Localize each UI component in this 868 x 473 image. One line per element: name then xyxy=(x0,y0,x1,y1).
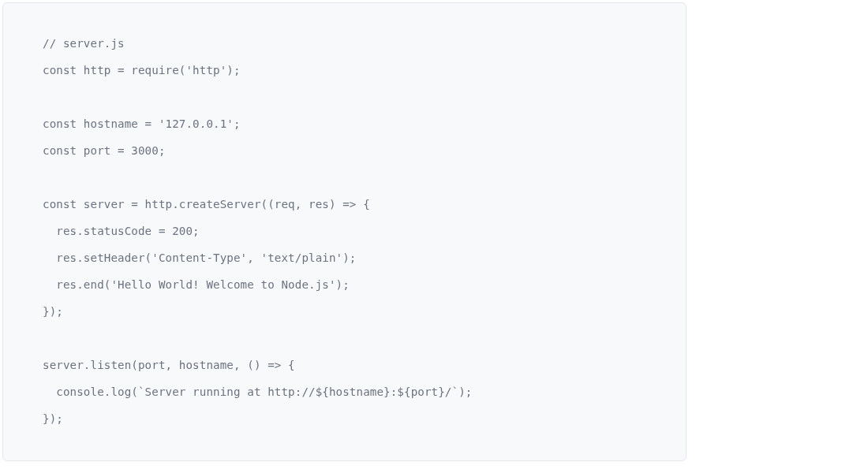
code-line: const server = http.createServer((req, r… xyxy=(43,191,646,218)
code-line: res.statusCode = 200; xyxy=(43,218,646,244)
code-line: server.listen(port, hostname, () => { xyxy=(43,352,646,378)
code-block: // server.js const http = require('http'… xyxy=(2,2,687,461)
blank-line xyxy=(43,325,646,352)
code-line: // server.js xyxy=(43,30,646,57)
blank-line xyxy=(43,164,646,191)
code-line: const hostname = '127.0.0.1'; xyxy=(43,110,646,137)
blank-line xyxy=(43,84,646,110)
code-line: res.end('Hello World! Welcome to Node.js… xyxy=(43,271,646,298)
code-line: res.setHeader('Content-Type', 'text/plai… xyxy=(43,244,646,271)
code-line: }); xyxy=(43,405,646,432)
code-line: const port = 3000; xyxy=(43,137,646,164)
code-line: console.log(`Server running at http://${… xyxy=(43,378,646,405)
code-line: }); xyxy=(43,298,646,325)
code-line: const http = require('http'); xyxy=(43,57,646,84)
